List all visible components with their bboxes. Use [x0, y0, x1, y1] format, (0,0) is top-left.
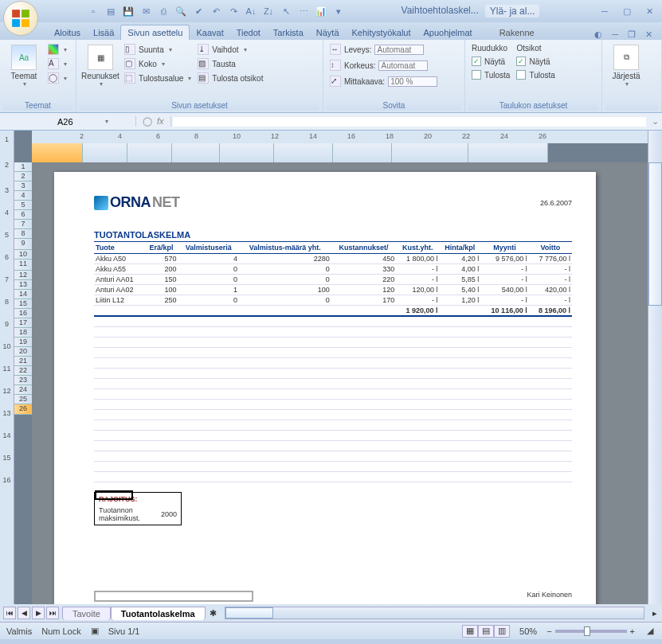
- outline-level[interactable]: 7: [0, 271, 14, 293]
- outline-level[interactable]: 10: [0, 338, 14, 360]
- row-header-14[interactable]: 14: [14, 290, 32, 299]
- sheet-tab-tuotantolaskelma[interactable]: Tuotantolaskelma: [111, 607, 206, 620]
- tausta-button[interactable]: ▨Tausta: [196, 57, 264, 70]
- row-header-25[interactable]: 25: [14, 395, 32, 404]
- row-header-17[interactable]: 17: [14, 318, 32, 328]
- row-header-23[interactable]: 23: [14, 376, 32, 385]
- theme-fonts-button[interactable]: A▾: [46, 57, 69, 70]
- view-pagebreak-button[interactable]: ▥: [494, 625, 510, 638]
- column-header-F[interactable]: F: [274, 143, 333, 162]
- email-icon[interactable]: ✉: [139, 4, 153, 18]
- row-header-11[interactable]: 11: [14, 260, 32, 271]
- column-header-D[interactable]: D: [172, 143, 220, 162]
- office-button[interactable]: [3, 1, 38, 36]
- scale-input[interactable]: 100 %: [388, 76, 437, 87]
- jarjesta-button[interactable]: ⧉ Järjestä▾: [607, 43, 645, 89]
- gridlines-view-checkbox[interactable]: ✓Näytä: [470, 56, 511, 67]
- sheet-nav-next[interactable]: ▶: [32, 607, 45, 619]
- row-header-2[interactable]: 2: [14, 172, 32, 181]
- column-header-G[interactable]: G: [333, 143, 392, 162]
- tab-apuohjelmat[interactable]: Apuohjelmat: [417, 25, 479, 40]
- row-headers[interactable]: 1234567891011121314151617181920212223242…: [14, 162, 32, 604]
- row-header-7[interactable]: 7: [14, 220, 32, 229]
- pointer-icon[interactable]: ↖: [279, 4, 293, 18]
- row-header-12[interactable]: 12: [14, 271, 32, 280]
- outline-level[interactable]: 11: [0, 360, 14, 382]
- outline-bar[interactable]: 12345678910111213141516: [0, 131, 14, 604]
- outline-level[interactable]: 4: [0, 204, 14, 226]
- sheet-tab-tavoite[interactable]: Tavoite: [62, 607, 111, 620]
- zoom-track[interactable]: [555, 630, 627, 633]
- resize-grip-icon[interactable]: ◢: [644, 626, 656, 636]
- doc-close-button[interactable]: ✕: [642, 29, 656, 40]
- teemat-button[interactable]: Aa Teemat▾: [5, 43, 43, 89]
- vscroll-thumb[interactable]: [648, 162, 662, 306]
- row-header-18[interactable]: 18: [14, 328, 32, 338]
- maximize-button[interactable]: ▢: [617, 4, 637, 18]
- theme-colors-button[interactable]: ▾: [46, 43, 69, 56]
- tab-lisaa[interactable]: Lisää: [87, 25, 120, 40]
- zoom-slider[interactable]: − +: [546, 626, 635, 636]
- row-header-22[interactable]: 22: [14, 366, 32, 376]
- undo-icon[interactable]: ↶: [209, 4, 223, 18]
- fx-circle-icon[interactable]: ◯: [143, 116, 152, 127]
- tab-aloitus[interactable]: Aloitus: [48, 25, 87, 40]
- sheet-nav-first[interactable]: ⏮: [3, 607, 16, 619]
- suunta-button[interactable]: ▯Suunta▾: [123, 43, 193, 56]
- outline-level[interactable]: 2: [0, 156, 14, 181]
- horizontal-scrollbar[interactable]: [225, 607, 644, 619]
- tab-sivun-asettelu[interactable]: Sivun asettelu: [120, 25, 190, 40]
- vaihdot-button[interactable]: ⤓Vaihdot▾: [196, 43, 264, 56]
- tab-nayta[interactable]: Näytä: [310, 25, 346, 40]
- tab-tarkista[interactable]: Tarkista: [267, 25, 310, 40]
- spelling-icon[interactable]: ✔: [191, 4, 206, 18]
- fx-label[interactable]: fx: [157, 116, 164, 127]
- minimize-button[interactable]: ─: [595, 4, 614, 18]
- print-preview-icon[interactable]: 🔍: [174, 4, 188, 18]
- status-macro-icon[interactable]: ▣: [91, 626, 99, 636]
- more-icon[interactable]: ⋯: [296, 4, 311, 18]
- row-header-16[interactable]: 16: [14, 309, 32, 318]
- sheet-nav-prev[interactable]: ◀: [18, 607, 30, 619]
- doc-restore-button[interactable]: ❐: [625, 29, 639, 40]
- sheet-nav-last[interactable]: ⏭: [46, 607, 59, 619]
- outline-level[interactable]: 5: [0, 226, 14, 248]
- hscroll-right-button[interactable]: ▸: [648, 608, 662, 619]
- row-header-19[interactable]: 19: [14, 338, 32, 347]
- outline-level[interactable]: 6: [0, 248, 14, 271]
- close-button[interactable]: ✕: [640, 4, 659, 18]
- row-header-3[interactable]: 3: [14, 181, 32, 191]
- outline-level[interactable]: 12: [0, 382, 14, 404]
- print-icon[interactable]: ⎙: [156, 4, 170, 18]
- view-pagelayout-button[interactable]: ▤: [478, 625, 494, 638]
- column-header-C[interactable]: C: [127, 143, 172, 162]
- row-header-26[interactable]: 26: [14, 404, 32, 415]
- zoom-thumb[interactable]: [584, 626, 590, 636]
- namebox-dropdown-icon[interactable]: ▾: [105, 118, 108, 125]
- column-header-B[interactable]: B: [83, 143, 127, 162]
- sort-desc-icon[interactable]: Z↓: [261, 4, 276, 18]
- outline-level[interactable]: 9: [0, 315, 14, 338]
- tab-kehitystyokalut[interactable]: Kehitystyökalut: [346, 25, 417, 40]
- name-box[interactable]: ▾: [0, 117, 135, 127]
- tab-tiedot[interactable]: Tiedot: [230, 25, 267, 40]
- redo-icon[interactable]: ↷: [226, 4, 241, 18]
- row-header-9[interactable]: 9: [14, 239, 32, 250]
- tab-kaavat[interactable]: Kaavat: [190, 25, 229, 40]
- theme-effects-button[interactable]: ◯▾: [46, 72, 69, 84]
- doc-minimize-button[interactable]: ─: [609, 29, 621, 40]
- row-header-1[interactable]: 1: [14, 162, 32, 172]
- headings-view-checkbox[interactable]: ✓Näytä: [515, 56, 556, 67]
- sort-asc-icon[interactable]: A↓: [244, 4, 258, 18]
- height-select[interactable]: Automaat: [378, 60, 428, 71]
- column-header-I[interactable]: I: [468, 143, 548, 162]
- open-icon[interactable]: ▤: [104, 4, 118, 18]
- zoom-in-button[interactable]: +: [630, 626, 635, 636]
- column-header-E[interactable]: E: [220, 143, 274, 162]
- tulostusalue-button[interactable]: ⬚Tulostusalue▾: [123, 72, 193, 84]
- row-header-5[interactable]: 5: [14, 201, 32, 210]
- name-box-input[interactable]: [57, 117, 97, 127]
- save-icon[interactable]: 💾: [121, 4, 135, 18]
- new-icon[interactable]: ▫: [86, 4, 100, 18]
- column-header-A[interactable]: A: [32, 143, 83, 162]
